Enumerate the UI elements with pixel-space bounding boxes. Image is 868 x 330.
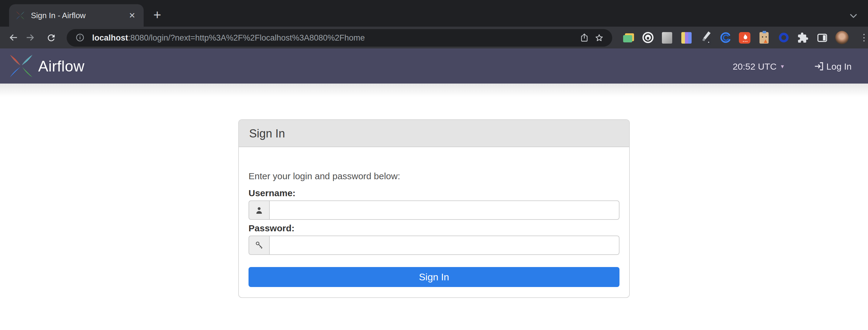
reload-icon [46,32,56,43]
browser-window: Sign In - Airflow ✕ + [0,0,868,330]
robot-clipboard-extension-icon[interactable] [756,30,772,45]
airflow-brand[interactable]: Airflow [8,53,85,79]
navbar-login-link[interactable]: Log In [814,60,851,72]
share-button[interactable] [577,30,592,45]
airflow-brand-label: Airflow [38,57,85,75]
password-label: Password: [249,222,619,234]
blue-ring-extension-icon[interactable] [776,30,791,45]
tab-title: Sign In - Airflow [31,11,127,20]
signin-form: Enter your login and password below: Use… [239,147,629,297]
browser-menu-button[interactable]: ⋮ [860,32,868,43]
back-button[interactable] [5,29,22,46]
reload-button[interactable] [42,29,59,46]
profile-avatar[interactable] [834,30,849,45]
address-bar[interactable]: localhost:8080/login/?next=http%3A%2F%2F… [67,29,612,46]
username-input[interactable] [269,200,619,220]
airflow-navbar: Airflow 20:52 UTC ▾ Log In [0,48,868,84]
caret-down-icon: ▾ [781,63,784,69]
striped-notes-extension-icon[interactable] [679,30,694,45]
flame-extension-icon[interactable] [737,30,752,45]
side-panel-icon[interactable] [815,30,830,45]
airflow-favicon-icon [15,10,26,21]
password-manager-extension-icon[interactable] [640,30,655,45]
folder-extension-icon[interactable] [621,30,636,45]
back-arrow-icon [8,32,19,43]
signin-panel: Sign In Enter your login and password be… [238,119,630,298]
tab-strip: Sign In - Airflow ✕ + [0,0,868,27]
new-tab-button[interactable]: + [153,7,161,23]
airflow-pinwheel-logo-icon [8,53,34,79]
blue-c-extension-icon[interactable] [718,30,733,45]
password-input[interactable] [269,235,619,255]
forward-button[interactable] [22,29,39,46]
clock-dropdown[interactable]: 20:52 UTC ▾ [733,61,784,71]
share-icon [580,33,589,42]
url-path: :8080/login/?next=http%3A%2F%2Flocalhost… [128,33,365,42]
browser-toolbar: localhost:8080/login/?next=http%3A%2F%2F… [0,27,868,48]
sign-in-icon [814,60,825,72]
username-label: Username: [249,187,619,199]
close-tab-icon[interactable]: ✕ [127,10,137,21]
url-text[interactable]: localhost:8080/login/?next=http%3A%2F%2F… [92,33,577,42]
key-icon [254,240,264,250]
form-instruction: Enter your login and password below: [249,170,619,182]
tab-search-chevron-icon[interactable] [848,11,858,21]
password-input-group [249,235,619,255]
page-content: Sign In Enter your login and password be… [0,119,868,298]
bookmark-star-icon [594,32,604,43]
bookmark-button[interactable] [592,30,606,45]
user-icon [255,205,264,214]
page-top-gradient [0,84,868,97]
url-host: localhost [92,33,128,42]
site-info-icon[interactable] [73,30,87,45]
username-addon [249,200,269,220]
forward-arrow-icon [25,32,36,43]
panel-title: Sign In [239,120,629,147]
password-addon [249,235,269,255]
username-input-group [249,200,619,220]
gray-square-extension-icon[interactable] [659,30,675,45]
highlighter-pen-extension-icon[interactable] [698,30,713,45]
clock-label: 20:52 UTC [733,61,776,71]
login-label: Log In [827,61,851,71]
browser-tab[interactable]: Sign In - Airflow ✕ [9,4,144,27]
extensions-area: ⋮ [621,30,868,45]
signin-submit-button[interactable]: Sign In [249,267,619,287]
extensions-puzzle-icon[interactable] [795,30,810,45]
